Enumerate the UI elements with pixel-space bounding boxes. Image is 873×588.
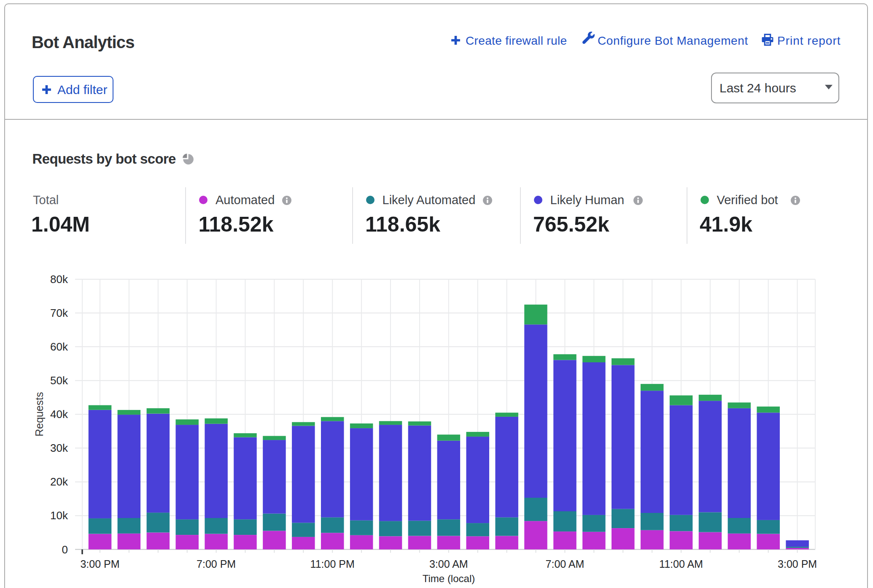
svg-text:Time (local): Time (local) [423,573,475,584]
svg-text:3:00 PM: 3:00 PM [778,558,817,570]
svg-text:80k: 80k [50,273,68,286]
svg-text:11:00 AM: 11:00 AM [659,558,703,570]
svg-text:30k: 30k [50,442,68,454]
svg-text:70k: 70k [50,307,68,319]
svg-text:50k: 50k [50,374,68,387]
svg-text:3:00 AM: 3:00 AM [429,558,468,570]
svg-text:40k: 40k [50,408,68,421]
svg-text:11:00 PM: 11:00 PM [310,558,355,570]
svg-text:3:00 PM: 3:00 PM [80,558,119,570]
svg-text:60k: 60k [50,340,68,353]
svg-text:Requests: Requests [33,392,45,437]
svg-text:0: 0 [62,543,68,556]
svg-text:7:00 PM: 7:00 PM [197,558,236,570]
svg-text:20k: 20k [50,475,68,488]
svg-text:7:00 AM: 7:00 AM [546,558,585,570]
svg-text:10k: 10k [50,509,68,522]
